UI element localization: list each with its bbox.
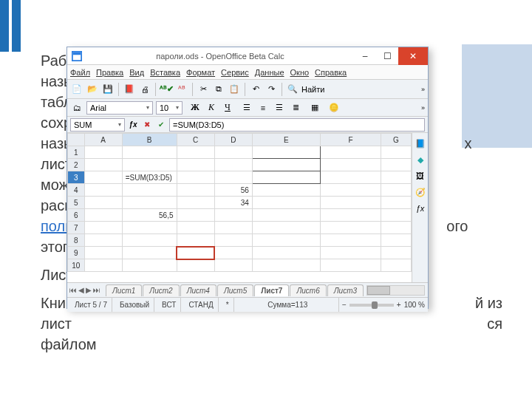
merge-cells-icon[interactable]: ▦: [308, 101, 321, 115]
sheet-tab[interactable]: Лист1: [106, 284, 142, 296]
align-left-icon[interactable]: ☰: [240, 101, 253, 115]
bg-line: ся: [487, 316, 502, 332]
find-label[interactable]: Найти: [301, 85, 324, 94]
row-header[interactable]: 1: [68, 146, 85, 159]
row-header[interactable]: 3: [68, 171, 85, 184]
toolbar2-more-icon[interactable]: »: [421, 104, 425, 112]
corner-header[interactable]: [68, 134, 85, 146]
cut-icon[interactable]: ✂: [197, 83, 210, 96]
col-header-D[interactable]: D: [214, 134, 252, 146]
menu-help[interactable]: Справка: [315, 68, 347, 77]
col-header-G[interactable]: G: [381, 134, 411, 146]
status-insert[interactable]: ВСТ: [157, 298, 181, 312]
export-pdf-icon[interactable]: 📕: [123, 83, 136, 96]
titlebar[interactable]: пароли.ods - OpenOffice Beta Calc – ☐ ✕: [67, 47, 428, 65]
toolbar-more-icon[interactable]: »: [421, 86, 425, 93]
menubar: Файл Правка Вид Вставка Формат Сервис Да…: [67, 65, 428, 80]
menu-format[interactable]: Формат: [186, 68, 215, 77]
navigator-icon[interactable]: 🧭: [415, 186, 426, 198]
row-header[interactable]: 2: [68, 159, 85, 171]
gallery-icon[interactable]: 🖼: [415, 170, 426, 182]
sheet-tab-active[interactable]: Лист7: [254, 284, 289, 296]
align-justify-icon[interactable]: ≣: [289, 101, 302, 115]
copy-icon[interactable]: ⧉: [212, 83, 225, 96]
save-icon[interactable]: 💾: [101, 83, 115, 96]
paste-icon[interactable]: 📋: [228, 83, 241, 96]
row-header[interactable]: 7: [68, 222, 85, 234]
new-doc-icon[interactable]: 📄: [70, 83, 83, 96]
spellcheck-icon[interactable]: ᴬᴮ✔: [160, 83, 173, 96]
align-center-icon[interactable]: ≡: [256, 101, 270, 115]
italic-button[interactable]: К: [205, 101, 218, 115]
font-size-combo[interactable]: 10▾: [156, 101, 183, 115]
menu-view[interactable]: Вид: [129, 68, 144, 77]
cell-B3[interactable]: =SUM(D3:D5): [122, 171, 177, 184]
undo-icon[interactable]: ↶: [249, 83, 262, 96]
name-box[interactable]: SUM▾: [70, 118, 125, 132]
tab-last-icon[interactable]: ⏭: [93, 286, 100, 294]
properties-icon[interactable]: 📘: [415, 137, 426, 149]
sheet-tab[interactable]: Лист3: [327, 284, 364, 296]
print-icon[interactable]: 🖨: [138, 83, 151, 96]
cell-D4[interactable]: 56: [214, 184, 252, 197]
menu-data[interactable]: Данные: [255, 68, 284, 77]
currency-icon[interactable]: 🪙: [327, 101, 341, 115]
bg-line: й из: [475, 295, 502, 311]
row-header[interactable]: 10: [68, 259, 85, 272]
row-header[interactable]: 4: [68, 184, 85, 197]
styles-icon[interactable]: 🗂: [70, 101, 83, 115]
side-toolbar: 📘 ◆ 🖼 🧭 ƒx: [412, 133, 428, 282]
close-button[interactable]: ✕: [398, 47, 428, 65]
row-header[interactable]: 9: [68, 247, 85, 259]
row-header[interactable]: 8: [68, 234, 85, 247]
cell-B6[interactable]: 56,5: [122, 209, 177, 222]
zoom-in-icon[interactable]: +: [397, 301, 401, 309]
col-header-E[interactable]: E: [252, 134, 320, 146]
tab-prev-icon[interactable]: ◀: [78, 286, 84, 294]
zoom-out-icon[interactable]: −: [342, 301, 347, 309]
cell-D5[interactable]: 34: [214, 197, 252, 209]
open-icon[interactable]: 📂: [86, 83, 99, 96]
sheet-tab[interactable]: Лист4: [180, 284, 216, 296]
tab-next-icon[interactable]: ▶: [86, 286, 92, 294]
menu-insert[interactable]: Вставка: [150, 68, 180, 77]
menu-window[interactable]: Окно: [290, 68, 310, 77]
col-header-C[interactable]: C: [177, 134, 214, 146]
styles-panel-icon[interactable]: ◆: [415, 154, 426, 166]
accept-formula-icon[interactable]: ✔: [155, 119, 167, 131]
horizontal-scrollbar[interactable]: [366, 285, 425, 296]
row-header[interactable]: 6: [68, 209, 85, 222]
status-mode[interactable]: СТАНД: [184, 298, 218, 312]
menu-file[interactable]: Файл: [70, 68, 90, 77]
col-header-F[interactable]: F: [321, 134, 381, 146]
format-toolbar: 🗂 Arial▾ 10▾ Ж К Ч ☰ ≡ ☰ ≣ ▦ 🪙 »: [67, 99, 428, 117]
grid-area: A B C D E F G 1 2 3=SUM(D3:D5) 456 534 6…: [67, 133, 428, 282]
sheet-tab[interactable]: Лист5: [217, 284, 253, 296]
find-icon[interactable]: 🔍: [286, 83, 299, 96]
maximize-button[interactable]: ☐: [376, 47, 398, 65]
formula-input[interactable]: =SUM(D3:D5): [169, 118, 425, 132]
spreadsheet-grid[interactable]: A B C D E F G 1 2 3=SUM(D3:D5) 456 534 6…: [67, 133, 412, 282]
col-header-B[interactable]: B: [122, 134, 177, 146]
minimize-button[interactable]: –: [354, 47, 376, 65]
align-right-icon[interactable]: ☰: [273, 101, 286, 115]
active-cell-C9[interactable]: [177, 247, 214, 259]
cancel-formula-icon[interactable]: ✖: [141, 119, 153, 131]
font-name-combo[interactable]: Arial▾: [86, 101, 153, 115]
functions-panel-icon[interactable]: ƒx: [415, 202, 426, 214]
redo-icon[interactable]: ↷: [265, 83, 278, 96]
underline-button[interactable]: Ч: [221, 101, 234, 115]
autospell-icon[interactable]: ᴬᴮ: [175, 83, 188, 96]
bold-button[interactable]: Ж: [188, 101, 202, 115]
svg-rect-2: [73, 52, 81, 55]
col-header-A[interactable]: A: [84, 134, 122, 146]
zoom-slider[interactable]: [349, 304, 394, 307]
menu-edit[interactable]: Правка: [96, 68, 123, 77]
tab-first-icon[interactable]: ⏮: [69, 286, 77, 294]
sheet-tab[interactable]: Лист6: [290, 284, 326, 296]
zoom-percent[interactable]: 100 %: [404, 301, 425, 309]
sheet-tab[interactable]: Лист2: [143, 284, 179, 296]
menu-tools[interactable]: Сервис: [221, 68, 249, 77]
function-wizard-icon[interactable]: ƒx: [127, 119, 139, 131]
row-header[interactable]: 5: [68, 197, 85, 209]
